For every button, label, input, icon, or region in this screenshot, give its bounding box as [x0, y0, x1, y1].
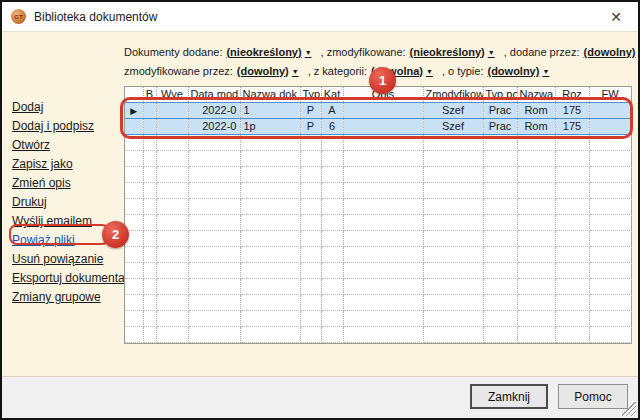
sidebar-item-otwórz[interactable]: Otwórz	[12, 139, 140, 152]
filter-dropdown-dodane-przez[interactable]: (dowolny)▼	[584, 46, 640, 58]
table-row-empty[interactable]	[125, 278, 631, 294]
cell	[143, 134, 156, 150]
table-row-empty[interactable]	[125, 182, 631, 198]
cell	[240, 310, 300, 326]
sidebar-item-powiąż-pliki[interactable]: Powiąż pliki	[12, 234, 140, 247]
cell	[240, 150, 300, 166]
cell	[483, 134, 517, 150]
sidebar-item-zmień-opis[interactable]: Zmień opis	[12, 177, 140, 190]
cell	[188, 294, 240, 310]
sidebar-item-eksportuj-dokumentację[interactable]: Eksportuj dokumentację	[12, 272, 140, 285]
table-row-empty[interactable]	[125, 326, 631, 342]
cell	[143, 294, 156, 310]
table-row-empty[interactable]	[125, 134, 631, 150]
table-row-empty[interactable]	[125, 214, 631, 230]
cell	[589, 214, 631, 230]
cell	[321, 262, 343, 278]
table-row-selected[interactable]: 2022-01pP6SzefPracRom175	[125, 118, 631, 134]
cell	[343, 182, 423, 198]
cell	[589, 166, 631, 182]
zamknij-button[interactable]: Zamknij	[470, 384, 548, 409]
table-row-empty[interactable]	[125, 198, 631, 214]
col-header-blank[interactable]	[125, 87, 143, 102]
cell	[483, 278, 517, 294]
cell	[483, 198, 517, 214]
sidebar-item-drukuj[interactable]: Drukuj	[12, 196, 140, 209]
table-row-empty[interactable]	[125, 166, 631, 182]
cell	[300, 134, 321, 150]
col-header-nazwa[interactable]: Nazwa	[517, 87, 555, 102]
cell	[143, 310, 156, 326]
cell	[156, 262, 188, 278]
chevron-down-icon[interactable]: ▼	[292, 68, 299, 75]
table-row-empty[interactable]	[125, 310, 631, 326]
table-header-row: BWyeData modNazwa dokTypKatOpisZmodyfiko…	[125, 87, 631, 102]
cell	[423, 230, 483, 246]
cell	[555, 230, 589, 246]
cell	[143, 198, 156, 214]
sidebar-item-zmiany-grupowe[interactable]: Zmiany grupowe	[12, 291, 140, 304]
col-header-kat[interactable]: Kat	[321, 87, 343, 102]
filter-dropdown-z-kategorii[interactable]: (dowolna)▼	[371, 65, 433, 77]
chevron-down-icon[interactable]: ▼	[305, 49, 312, 56]
cell	[483, 230, 517, 246]
col-header-roz[interactable]: Roz	[555, 87, 589, 102]
cell	[188, 182, 240, 198]
table-row-empty[interactable]	[125, 294, 631, 310]
sidebar-item-dodaj-i-podpisz[interactable]: Dodaj i podpisz	[12, 120, 140, 133]
sidebar-item-usuń-powiązanie[interactable]: Usuń powiązanie	[12, 253, 140, 266]
filter-label-zmodyfikowane-przez: zmodyfikowane przez:	[124, 65, 233, 77]
cell	[188, 278, 240, 294]
app-logo-icon: GT	[11, 9, 26, 24]
cell	[143, 262, 156, 278]
filter-label-zmodyfikowane: , zmodyfikowane:	[321, 46, 406, 58]
col-header-nazwa-dok[interactable]: Nazwa dok	[240, 87, 300, 102]
cell	[240, 166, 300, 182]
col-header-wye[interactable]: Wye	[156, 87, 188, 102]
pomoc-button[interactable]: Pomoc	[558, 384, 628, 409]
resize-grip[interactable]	[622, 402, 636, 416]
col-header-data-mod[interactable]: Data mod	[188, 87, 240, 102]
cell	[156, 310, 188, 326]
col-header-opis[interactable]: Opis	[343, 87, 423, 102]
cell	[517, 326, 555, 342]
filter-dropdown-zmodyfikowane[interactable]: (nieokreślony)▼	[410, 46, 495, 58]
filter-dropdown-zmodyfikowane-przez[interactable]: (dowolny)▼	[237, 65, 299, 77]
table-row-empty[interactable]	[125, 230, 631, 246]
col-header-fw[interactable]: FW	[589, 87, 631, 102]
sidebar-item-zapisz-jako[interactable]: Zapisz jako	[12, 158, 140, 171]
cell	[300, 182, 321, 198]
row-selector-cell	[125, 150, 143, 166]
table-row-empty[interactable]	[125, 262, 631, 278]
table-row-empty[interactable]	[125, 246, 631, 262]
sidebar-item-wyślij-emailem[interactable]: Wyślij emailem	[12, 215, 140, 228]
cell: 2022-0	[188, 118, 240, 134]
cell: 1p	[240, 118, 300, 134]
col-header-b[interactable]: B	[143, 87, 156, 102]
cell	[188, 310, 240, 326]
table-row-empty[interactable]	[125, 150, 631, 166]
chevron-down-icon[interactable]: ▼	[426, 68, 433, 75]
cell	[300, 310, 321, 326]
filter-dropdown-o-typie[interactable]: (dowolny)▼	[487, 65, 549, 77]
col-header-zmodyfikow[interactable]: Zmodyfikow	[423, 87, 483, 102]
cell	[343, 134, 423, 150]
sidebar-item-dodaj[interactable]: Dodaj	[12, 101, 140, 114]
table-row-selected[interactable]: ▶2022-01PASzefPracRom175	[125, 102, 631, 118]
close-icon[interactable]: ✕	[603, 7, 629, 27]
cell	[143, 230, 156, 246]
col-header-typ[interactable]: Typ	[300, 87, 321, 102]
cell	[240, 214, 300, 230]
cell	[143, 246, 156, 262]
cell	[555, 214, 589, 230]
cell	[300, 214, 321, 230]
filter-dropdown-dokumenty-dodane[interactable]: (nieokreślony)▼	[226, 46, 311, 58]
cell	[143, 102, 156, 118]
cell	[589, 198, 631, 214]
cell	[156, 230, 188, 246]
chevron-down-icon[interactable]: ▼	[488, 49, 495, 56]
cell	[240, 262, 300, 278]
chevron-down-icon[interactable]: ▼	[542, 68, 549, 75]
cell	[240, 182, 300, 198]
col-header-typ-po[interactable]: Typ po	[483, 87, 517, 102]
